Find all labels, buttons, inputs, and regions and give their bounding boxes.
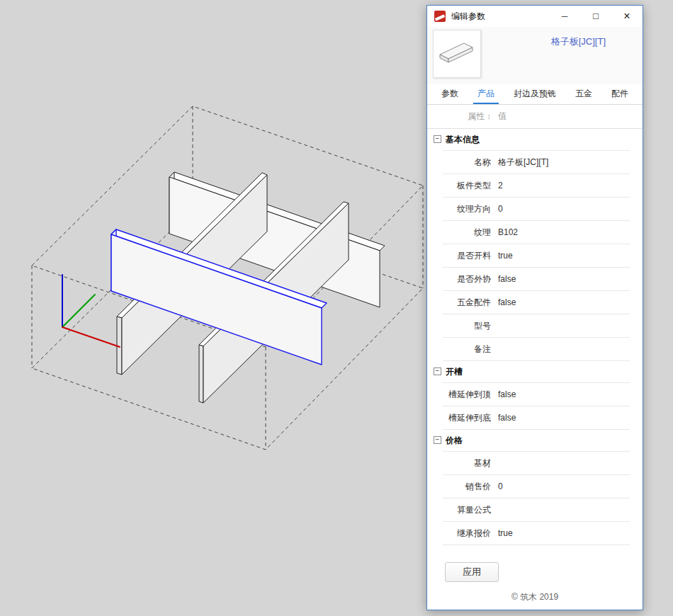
tab-产品[interactable]: 产品 xyxy=(473,84,499,104)
property-row[interactable]: 名称格子板[JC][T] xyxy=(443,151,630,174)
property-value[interactable]: false xyxy=(498,413,516,423)
property-label: 基材 xyxy=(443,457,491,469)
edit-parameters-window: 编辑参数 ─ □ × 格子板[JC][T] 参数产品封边及预铣五金配件 属性 ↕… xyxy=(426,5,643,610)
property-row[interactable]: 槽延伸到顶false xyxy=(443,383,630,406)
property-grid: −基本信息名称格子板[JC][T]板件类型2纹理方向0纹理B102是否开料tru… xyxy=(443,129,630,545)
property-label: 型号 xyxy=(443,320,491,332)
property-value[interactable]: true xyxy=(498,528,513,538)
property-row[interactable]: 是否开料true xyxy=(443,244,630,268)
property-value[interactable]: true xyxy=(498,251,513,261)
product-preview-area: 格子板[JC][T] xyxy=(427,27,643,84)
section-title: 开槽 xyxy=(446,366,463,378)
property-row[interactable]: 基材 xyxy=(443,452,630,475)
property-label: 销售价 xyxy=(443,481,491,493)
section-title: 价格 xyxy=(446,435,463,447)
collapse-icon[interactable]: − xyxy=(434,367,441,375)
collapse-icon[interactable]: − xyxy=(434,436,441,444)
section-header[interactable]: −开槽 xyxy=(443,361,630,383)
section-header[interactable]: −价格 xyxy=(443,430,630,452)
collapse-icon[interactable]: − xyxy=(434,135,441,143)
property-row[interactable]: 销售价0 xyxy=(443,475,630,498)
close-icon[interactable]: × xyxy=(611,6,643,27)
app-icon xyxy=(434,11,446,22)
window-controls: ─ □ × xyxy=(549,6,643,27)
maximize-icon[interactable]: □ xyxy=(580,6,611,27)
product-thumbnail[interactable] xyxy=(433,30,481,78)
property-row[interactable]: 槽延伸到底false xyxy=(443,406,630,430)
property-label: 槽延伸到顶 xyxy=(443,389,491,401)
property-value[interactable]: 0 xyxy=(498,481,503,491)
property-label: 继承报价 xyxy=(443,527,491,540)
value-column-header: 值 xyxy=(498,110,507,122)
property-label: 纹理 xyxy=(443,227,491,239)
property-label: 名称 xyxy=(443,156,491,169)
property-value[interactable]: B102 xyxy=(498,227,518,237)
section-title: 基本信息 xyxy=(446,134,480,146)
tab-五金[interactable]: 五金 xyxy=(571,84,596,104)
property-row[interactable]: 备注 xyxy=(443,338,630,361)
property-label: 是否外协 xyxy=(443,273,491,285)
property-label: 板件类型 xyxy=(443,180,491,192)
property-column-header: 属性 ↕ xyxy=(443,110,491,122)
property-row[interactable]: 五金配件false xyxy=(443,291,630,314)
property-label: 算量公式 xyxy=(443,504,491,516)
property-label: 是否开料 xyxy=(443,250,491,262)
property-value[interactable]: 格子板[JC][T] xyxy=(498,156,548,169)
property-value[interactable]: false xyxy=(498,389,516,399)
property-label: 五金配件 xyxy=(443,297,491,309)
property-row[interactable]: 板件类型2 xyxy=(443,174,630,198)
tab-封边及预铣[interactable]: 封边及预铣 xyxy=(509,84,560,104)
property-value[interactable]: 0 xyxy=(498,204,503,214)
property-row[interactable]: 纹理方向0 xyxy=(443,198,630,221)
product-name: 格子板[JC][T] xyxy=(551,35,606,48)
property-value[interactable]: 2 xyxy=(498,181,503,190)
tabs: 参数产品封边及预铣五金配件 xyxy=(427,84,643,105)
property-row[interactable]: 算量公式 xyxy=(443,498,630,522)
property-label: 槽延伸到底 xyxy=(443,412,491,424)
window-title: 编辑参数 xyxy=(451,11,549,23)
tab-参数[interactable]: 参数 xyxy=(437,84,463,104)
property-value[interactable]: false xyxy=(498,297,516,307)
minimize-icon[interactable]: ─ xyxy=(549,6,580,27)
property-row[interactable]: 继承报价true xyxy=(443,522,630,545)
apply-button[interactable]: 应用 xyxy=(445,562,499,582)
property-row[interactable]: 纹理B102 xyxy=(443,221,630,244)
grid-column-header[interactable]: 属性 ↕ 值 xyxy=(427,105,643,129)
property-label: 备注 xyxy=(443,343,491,355)
tab-配件[interactable]: 配件 xyxy=(607,84,633,104)
property-row[interactable]: 是否外协false xyxy=(443,268,630,291)
property-value[interactable]: false xyxy=(498,274,516,284)
sort-icon: ↕ xyxy=(487,112,492,120)
titlebar[interactable]: 编辑参数 ─ □ × xyxy=(427,6,643,27)
panel-thumbnail-drawing xyxy=(434,30,479,76)
section-header[interactable]: −基本信息 xyxy=(443,129,630,151)
copyright-footer: © 筑木 2019 xyxy=(427,591,643,603)
axis-x xyxy=(62,327,120,347)
property-row[interactable]: 型号 xyxy=(443,314,630,338)
property-label: 纹理方向 xyxy=(443,203,491,215)
